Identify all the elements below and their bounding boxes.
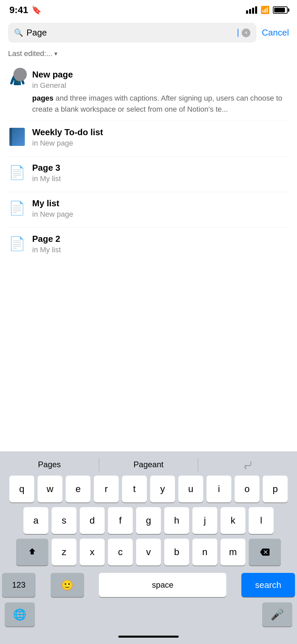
battery-icon xyxy=(273,6,288,14)
key-v[interactable]: v xyxy=(136,539,161,566)
key-r[interactable]: r xyxy=(94,476,119,502)
result-title: New page xyxy=(32,69,289,80)
status-time: 9:41 xyxy=(9,5,28,15)
home-indicator xyxy=(0,629,297,644)
results-list: 🧥 New page in General pages and three im… xyxy=(0,63,297,263)
result-content-page2: Page 2 in My list xyxy=(32,234,289,257)
result-title: Page 3 xyxy=(32,163,289,173)
result-icon-weekly xyxy=(8,128,26,146)
key-k[interactable]: k xyxy=(221,507,245,534)
result-parent: in General xyxy=(32,81,289,90)
cancel-button[interactable]: Cancel xyxy=(262,28,289,38)
home-bar xyxy=(118,636,179,638)
result-parent: in New page xyxy=(32,210,289,219)
key-b[interactable]: b xyxy=(164,539,189,566)
result-content-new-page: New page in General pages and three imag… xyxy=(32,69,289,115)
keyboard-row-1: q w e r t y u i o p xyxy=(0,476,297,502)
search-bar[interactable]: 🔍 Page × xyxy=(8,23,256,43)
key-c[interactable]: c xyxy=(108,539,133,566)
key-w[interactable]: w xyxy=(38,476,62,502)
result-content-weekly: Weekly To-do list in New page xyxy=(32,127,289,150)
key-t[interactable]: t xyxy=(122,476,147,502)
result-content-page3: Page 3 in My list xyxy=(32,163,289,186)
result-excerpt: pages and three images with captions. Af… xyxy=(32,93,289,115)
keyboard: Pages Pageant q w e r t y u i o p a s d … xyxy=(0,451,297,644)
microphone-key[interactable]: 🎤 xyxy=(262,602,292,627)
keyboard-row-2: a s d f g h j k l xyxy=(0,507,297,534)
result-parent: in New page xyxy=(32,139,289,148)
document-icon: 📄 xyxy=(9,200,25,216)
clear-button[interactable]: × xyxy=(242,29,250,37)
list-item[interactable]: 📄 My list in New page xyxy=(8,192,289,228)
key-o[interactable]: o xyxy=(235,476,259,502)
key-x[interactable]: x xyxy=(80,539,105,566)
key-j[interactable]: j xyxy=(192,507,217,534)
search-icon: 🔍 xyxy=(14,29,23,37)
key-p[interactable]: p xyxy=(263,476,288,502)
key-g[interactable]: g xyxy=(136,507,161,534)
autocomplete-item-2[interactable]: Pageant xyxy=(99,457,198,472)
filter-button[interactable]: Last edited:... ▾ xyxy=(8,49,57,58)
key-f[interactable]: f xyxy=(108,507,133,534)
list-item[interactable]: Weekly To-do list in New page xyxy=(8,121,289,157)
wifi-icon: 📶 xyxy=(260,6,270,14)
list-item[interactable]: 🧥 New page in General pages and three im… xyxy=(8,63,289,121)
shift-key[interactable] xyxy=(16,539,48,566)
result-title: Weekly To-do list xyxy=(32,127,289,138)
delete-key[interactable] xyxy=(249,539,281,566)
result-title: Page 2 xyxy=(32,234,289,244)
key-m[interactable]: m xyxy=(221,539,245,566)
result-icon-mylist: 📄 xyxy=(8,199,26,217)
key-n[interactable]: n xyxy=(192,539,217,566)
key-z[interactable]: z xyxy=(52,539,76,566)
keyboard-bottom-row: 123 🙂 space search xyxy=(0,570,297,601)
chevron-down-icon: ▾ xyxy=(54,50,57,57)
space-key[interactable]: space xyxy=(99,573,226,597)
key-i[interactable]: i xyxy=(206,476,231,502)
bookmark-icon: 🔖 xyxy=(32,5,42,15)
autocomplete-bar: Pages Pageant xyxy=(0,451,297,476)
keyboard-row-3: z x c v b n m xyxy=(0,539,297,566)
key-d[interactable]: d xyxy=(80,507,105,534)
filter-row: Last edited:... ▾ xyxy=(0,47,297,63)
list-item[interactable]: 📄 Page 3 in My list xyxy=(8,157,289,192)
search-container: 🔍 Page × Cancel xyxy=(0,19,297,47)
key-a[interactable]: a xyxy=(23,507,48,534)
document-icon: 📄 xyxy=(9,165,25,180)
status-icons: 📶 xyxy=(246,6,288,14)
key-u[interactable]: u xyxy=(178,476,203,502)
result-icon-page2: 📄 xyxy=(8,234,26,253)
key-l[interactable]: l xyxy=(249,507,274,534)
result-title: My list xyxy=(32,198,289,209)
document-icon: 📄 xyxy=(9,236,25,252)
number-key[interactable]: 123 xyxy=(2,573,36,597)
key-y[interactable]: y xyxy=(150,476,175,502)
result-icon-new-page: 🧥 xyxy=(8,70,26,88)
result-parent: in My list xyxy=(32,246,289,254)
result-parent: in My list xyxy=(32,174,289,183)
signal-icon xyxy=(246,6,257,14)
autocomplete-item-3[interactable] xyxy=(198,457,297,472)
key-h[interactable]: h xyxy=(164,507,189,534)
search-input[interactable]: Page xyxy=(26,28,234,38)
globe-icon-key[interactable]: 🌐 xyxy=(5,602,35,627)
key-e[interactable]: e xyxy=(66,476,91,502)
filter-label: Last edited:... xyxy=(8,49,52,58)
key-q[interactable]: q xyxy=(9,476,34,502)
result-icon-page3: 📄 xyxy=(8,163,26,181)
result-content-mylist: My list in New page xyxy=(32,198,289,221)
list-item[interactable]: 📄 Page 2 in My list xyxy=(8,228,289,263)
search-button[interactable]: search xyxy=(241,573,295,597)
autocomplete-item-1[interactable]: Pages xyxy=(0,457,99,472)
key-s[interactable]: s xyxy=(52,507,76,534)
status-bar: 9:41 🔖 📶 xyxy=(0,0,297,19)
emoji-key[interactable]: 🙂 xyxy=(51,573,84,597)
